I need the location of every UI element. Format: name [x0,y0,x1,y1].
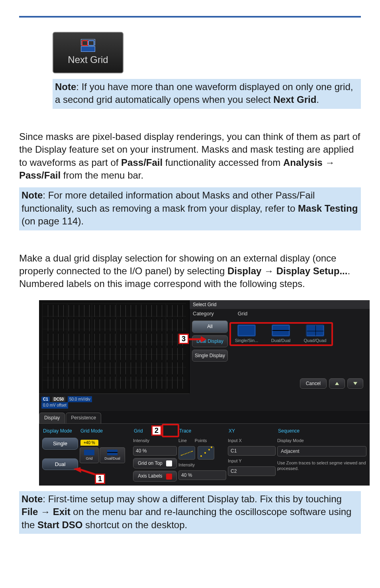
select-grid-headers: Category Grid [190,309,370,319]
chevron-up-icon [335,381,339,386]
grid-option-dual[interactable]: Dual/Dual [265,324,296,344]
scroll-up-button[interactable] [329,378,345,389]
display-setup-figure: Select Grid Category Grid All Dual Displ… [39,300,370,486]
channel-c1-tag: C1 [41,397,50,402]
trace-points-label: Points [195,438,207,444]
waveform-row [43,319,185,331]
grid-on-top-checkbox [166,460,172,466]
grid-option-single[interactable]: Single/Sin... [231,324,262,344]
channel-badge: C1 DC50 50.0 mV/div 0.0 mV offset [39,393,190,411]
grid-option-quad[interactable]: Quad/Quad [300,324,331,344]
grid-quad-icon [306,324,324,336]
note2-a: : For more detailed information about Ma… [22,190,315,213]
select-grid-dialog: Select Grid Category Grid All Dual Displ… [190,300,370,393]
trace-points-button[interactable] [198,446,214,460]
waveform-row [43,362,185,374]
select-grid-title: Select Grid [190,300,370,309]
note3-a: : First-time setup may show a different … [43,494,342,504]
grid-dual-icon [272,324,290,336]
svg-marker-1 [353,382,357,385]
grid-intensity-field[interactable]: 40 % [133,446,177,456]
axis-labels-label: Axis Labels [138,473,162,479]
input-x-field[interactable]: C1 [228,446,276,456]
tab-persistence[interactable]: Persistence [66,413,101,423]
input-x-label: Input X [228,438,276,444]
display-tabs: Display Persistence [39,411,370,423]
waveform-row [43,348,185,360]
note2-prefix: Note [22,190,43,201]
grid-mode-buttons: Grid Dual/Dual [80,447,131,463]
grid-on-top-label: Grid on Top [138,460,163,466]
callout-3: 3 [178,334,189,344]
trace-mode-labels: Line Points [178,438,226,444]
waveform-row [43,305,185,317]
sequence-column: Sequence Display Mode Adjacent Use Zoom … [277,427,366,482]
next-grid-label: Next Grid [68,53,108,66]
scroll-down-button[interactable] [347,378,363,389]
trace-column: Trace Line Points Intensity 40 % [178,427,226,482]
para1-b: Pass/Fail [121,157,163,168]
note-next-grid: Note: If you have more than one waveform… [53,79,361,109]
note-mask-testing: Note: For more detailed information abou… [19,187,361,230]
grid-option-row: Single/Sin... Dual/Dual Quad/Quad [231,324,367,344]
callout-1: 1 [95,474,105,484]
sequence-display-mode-label: Display Mode [277,438,366,444]
grid-single-icon [237,324,256,336]
grid-dual-label: Dual/Dual [271,338,290,344]
grid-mode-grid-button[interactable]: Grid [80,447,99,463]
xy-header: XY [228,427,276,435]
category-all-button[interactable]: All [192,321,228,332]
figure-upper: Select Grid Category Grid All Dual Displ… [39,300,370,393]
trace-line-label: Line [178,438,187,444]
note3-e: shortcut on the desktop. [82,519,187,530]
cancel-button[interactable]: Cancel [300,378,327,389]
yellow-tab-indicator: +40 % [80,440,98,446]
input-y-field[interactable]: C2 [228,466,276,476]
trace-line-button[interactable] [178,446,195,460]
grid-on-top-toggle[interactable]: Grid on Top [133,458,177,468]
svg-marker-3 [201,336,206,342]
grid-mode-dualdual-label: Dual/Dual [104,456,120,461]
display-setup-panel: Display Mode Single Dual Grid Mode Grid … [39,423,370,486]
xy-column: XY Input X C1 Input Y C2 [228,427,276,482]
display-mode-header: Display Mode [42,427,78,435]
callout-2: 2 [151,425,162,436]
paragraph-masks: Since masks are pixel-based display rend… [19,130,361,182]
note3-b: File → Exit [22,506,71,517]
category-column: All Dual Display Single Display [192,321,228,391]
grid-icon-top [81,39,95,45]
trace-intensity-field[interactable]: 40 % [178,470,226,480]
note2-c: (on page 114). [22,216,84,226]
channel-badge-row: C1 DC50 50.0 mV/div 0.0 mV offset [39,393,370,411]
tab-display[interactable]: Display [39,413,65,423]
axis-labels-toggle[interactable]: Axis Labels [133,471,177,481]
para2-b: Display → Display Setup... [227,265,347,276]
grid-mode-dualdual-icon [107,450,118,455]
trace-header: Trace [178,427,226,435]
callout-3-arrow [189,336,206,343]
waveform-row [43,377,185,389]
channel-vdiv: 50.0 mV/div [68,396,92,403]
paragraph-dual-grid: Make a dual grid display selection for s… [19,252,361,291]
dialog-button-row: Cancel [300,378,363,389]
chevron-down-icon [353,381,357,386]
display-mode-single-button[interactable]: Single [42,438,78,450]
page-top-rule [19,16,361,18]
next-grid-icon [81,39,95,52]
channel-offset: 0.0 mV offset [41,402,68,409]
note2-b: Mask Testing [298,203,358,214]
trace-mode-buttons [178,446,226,460]
grid-mode-dualdual-button[interactable]: Dual/Dual [100,447,125,463]
note1-suffix: . [316,94,319,105]
next-grid-button[interactable]: Next Grid [53,32,123,73]
svg-marker-0 [335,382,339,385]
svg-marker-5 [73,467,81,473]
display-mode-dual-button[interactable]: Dual [42,458,78,470]
select-grid-body: All Dual Display Single Display Single/S… [190,318,370,393]
sequence-display-mode-field[interactable]: Adjacent [277,446,366,456]
para1-e: from the menu bar. [61,170,143,181]
grid-options-area: Single/Sin... Dual/Dual Quad/Quad [230,321,367,391]
axis-labels-checkbox [166,474,172,480]
grid-mode-grid-label: Grid [86,456,92,461]
category-single-button[interactable]: Single Display [192,350,228,362]
